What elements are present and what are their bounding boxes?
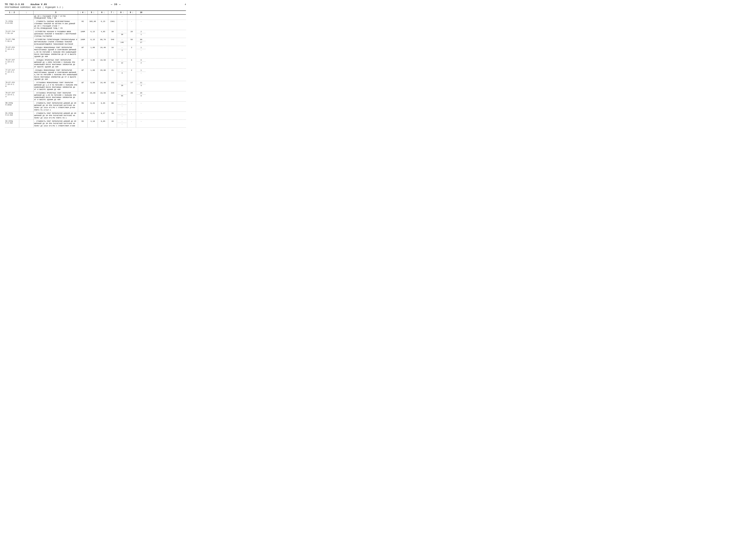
cell-separator <box>19 69 33 81</box>
cell-col5: 6,15 <box>87 38 98 46</box>
cell-col7: 21 <box>108 69 117 81</box>
cell-unit: ШТ <box>78 69 87 81</box>
cell-col5: 385,86 <box>87 20 98 30</box>
col-header-2: : <box>19 11 33 14</box>
cell-col6: 88,70 <box>98 38 108 46</box>
cell-col6: 10,50 <box>98 59 108 69</box>
col-header-3: 3 <box>33 11 78 14</box>
cell-col10: 1- <box>136 69 146 81</box>
cell-separator <box>19 120 33 128</box>
cell-code: 79.Е7-227 Т.13-6-1. 3 <box>5 91 19 101</box>
cell-description: - УСТАНОВКА ПРОЛЕТНЫХ ПЛИТ ПОКРЫТИЯ ШИРИ… <box>33 91 78 101</box>
cell-col9: 2 <box>127 46 136 58</box>
cell-description: -УСТРОЙСТВО ЧЕКАНКИ И РАСШИВКИ ШВОВ ЦОКО… <box>33 30 78 38</box>
cell-col6: 16,40 <box>98 46 108 58</box>
table-row: 80.СССЦ П.8432- СТОИМОСТЬ ПЛИТ ПЕРЕКРЫТИ… <box>5 102 186 112</box>
cell-col7: 16 <box>108 46 117 58</box>
header-left: ТП 702-3-3.83 <box>5 3 24 6</box>
cell-col7: 546 <box>108 38 117 46</box>
col-header-10: 10 <box>136 11 146 14</box>
cell-col10: 9027 <box>136 38 146 46</box>
cell-code: 74.Е7-706 Т.51-5 <box>5 38 19 46</box>
cell-col5: 4,10 <box>87 120 98 128</box>
cell-col10: 268 <box>136 91 146 101</box>
cell-col5: 20,00 <box>87 91 98 101</box>
cell-code: 75.Е7-221 Т.13-4-1. 8 <box>5 46 19 58</box>
cell-col6: 9,65 <box>98 120 108 128</box>
cell-code: 78.Е7-221 Т.13-3-1. 8 <box>5 81 19 91</box>
table-row: 81.СССЦ П.8-416- СТОИМОСТЬ ПЛИТ ПЕРЕКРЫТ… <box>5 112 186 120</box>
cell-description: -УКЛАДКА МЕЖКОЛОННЫХ ПЛИТ ПЕРЕКРЫТИЯ МНО… <box>33 46 78 58</box>
cell-description: -УКЛАДКА МЕЖКОЛОННЫХ ПЛИТ ПЕРЕКРЫТИЯ МНО… <box>33 69 78 81</box>
cell-code: 73.Е7-714 Т.51-14 <box>5 30 19 38</box>
cell-col8: -148 <box>117 38 127 46</box>
cell-col9: - <box>127 20 136 30</box>
cell-col9: 58 <box>127 38 136 46</box>
cell-col6: 4,85 <box>98 30 108 38</box>
column-headers: 1 : 2 : 3 : 4 : 5 : 6 : 7 : 8 : 9 : 10 <box>5 10 186 15</box>
cell-col8: -55 <box>117 91 127 101</box>
cell-unit: ШТ <box>78 46 87 58</box>
cell-description: - УСТАНОВКА МЕЖКОЛОННЫХ ПЛИТ ПОКРЫТИЯ ШИ… <box>33 81 78 91</box>
cell-col8: - <box>117 20 127 30</box>
cell-col7: 210 <box>108 91 117 101</box>
cell-col5: 6,15 <box>87 30 98 38</box>
cell-col9: 2 <box>127 69 136 81</box>
cell-col6: 9,65 <box>98 102 108 112</box>
table-row: 74.Е7-706 Т.51-5-УСТРОЙСТВО ГЕРМЕТИЗАЦИИ… <box>5 38 186 46</box>
table-row: 77.Е7-217 Т.13-3-1. 8-УКЛАДКА МЕЖКОЛОННЫ… <box>5 69 186 81</box>
cell-code: 81.СССЦ П.8-416 <box>5 112 19 120</box>
cell-col10: - <box>136 102 146 112</box>
top-note-row: ДО 3М С РАСХОДОМ СТАЛИ 7 КГ/М2 ПРИВЕДЕНН… <box>5 15 186 20</box>
cell-col8: -- <box>117 120 127 128</box>
cell-unit: 100М <box>78 30 87 38</box>
col-header-8: 8 : <box>117 11 127 14</box>
header-section: ТП 702-3-3.83 Альбом V.85 — 35 — 4 <box>5 3 186 6</box>
cell-col8: -- <box>117 102 127 112</box>
top-note-text: ДО 3М С РАСХОДОМ СТАЛИ 7 КГ/М2 ПРИВЕДЕНН… <box>33 15 78 20</box>
cell-col10: 21 <box>136 30 146 38</box>
cell-code: 77.Е7-217 Т.13-3-1. 8 <box>5 69 19 81</box>
cell-col5: 8,26 <box>87 102 98 112</box>
cell-code: 76.Е7-227 1.13-о-1- 3 <box>5 59 19 69</box>
cell-description: - СТОИМОСТЬ ПЛИТ ПЕРЕКРЫТИЯ ДЛИНОЙ ДО 6М… <box>33 120 78 128</box>
header-page: — 35 — <box>47 3 185 6</box>
cell-col7: 30 <box>108 30 117 38</box>
cell-unit: ШТ <box>78 91 87 101</box>
cell-code: 82.СССЦ П.8-432 <box>5 120 19 128</box>
cell-unit: М2 <box>78 112 87 120</box>
header-album: Альбом V.85 <box>31 3 47 6</box>
table-row: 78.Е7-221 Т.13-3-1. 8- УСТАНОВКА МЕЖКОЛО… <box>5 81 186 91</box>
col-header-7: 7 : <box>108 11 117 14</box>
cell-col9: - <box>127 102 136 112</box>
cell-separator <box>19 20 33 30</box>
table-row: 7с.СССЦ П.8-С41- СТОИМОСТЬ СБОРНЫХ ЖЕЛЕЗ… <box>5 20 186 30</box>
cell-col9: 17 <box>127 81 136 91</box>
cell-separator <box>19 112 33 120</box>
cell-separator <box>19 102 33 112</box>
cell-col10: - <box>136 112 146 120</box>
cell-description: - СТОИМОСТЬ ПЛИТ ПЕРЕКРЫТИЯ ДЛИНОЙ ДО 6М… <box>33 102 78 112</box>
cell-code: 80.СССЦ П.8432 <box>5 102 19 112</box>
cell-unit: ШТ <box>78 59 87 69</box>
table-row: 73.Е7-714 Т.51-14-УСТРОЙСТВО ЧЕКАНКИ И Р… <box>5 30 186 38</box>
cell-separator <box>19 30 33 38</box>
cell-col9: 29 <box>127 91 136 101</box>
cell-col8: -3 <box>117 46 127 58</box>
cell-unit: М2 <box>78 20 87 30</box>
cell-col5: 1,00 <box>87 46 98 58</box>
cell-description: - УКЛАДКА ПРОЛЕТНЫХ ПЛИТ ПЕРЕКРЫТИЯ ШИРИ… <box>33 59 78 69</box>
col-header-4: : 4 : <box>78 11 87 14</box>
cell-col7: 76 <box>108 112 117 120</box>
cell-description: - СТОИМОСТЬ СБОРНЫХ ЖЕЛЕЗОБЕТОННЫХ СТЕНО… <box>33 20 78 30</box>
cell-col5: 8,00 <box>87 81 98 91</box>
cell-unit: ШТ <box>78 81 87 91</box>
cell-col5: 1,00 <box>87 69 98 81</box>
table-row: 79.Е7-227 Т.13-6-1. 3- УСТАНОВКА ПРОЛЕТН… <box>5 91 186 102</box>
cell-separator <box>19 91 33 101</box>
header-subtitle: ПРОГРАММНАЯ КОМПЛЕКС АВС-ЗЕС ( РЕДАКЦИЯ … <box>5 6 186 9</box>
cell-description: - СТОИМОСТЬ ПЛИТ ПЕРЕКРЫТИЯ ДЛИНОЙ ДО 6М… <box>33 112 78 120</box>
cell-unit: М2 <box>78 102 87 112</box>
cell-col5: 8,21 <box>87 112 98 120</box>
cell-col9: 6 <box>127 59 136 69</box>
